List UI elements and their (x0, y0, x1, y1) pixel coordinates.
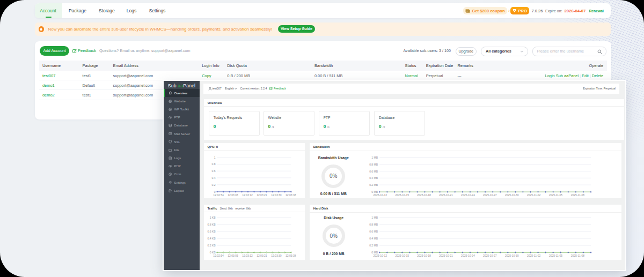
svg-text:2025-11-02: 2025-11-02 (527, 193, 540, 197)
svg-text:0.4 MB: 0.4 MB (369, 176, 378, 179)
svg-text:0.4: 0.4 (211, 176, 215, 179)
svg-text:12:03:03: 12:03:03 (228, 193, 238, 197)
svg-text:2025-10-15: 2025-10-15 (395, 253, 409, 257)
svg-text:2025-10-30: 2025-10-30 (505, 193, 519, 197)
svg-text:2025-10-21: 2025-10-21 (439, 253, 453, 257)
svg-text:1 MB: 1 MB (371, 156, 378, 159)
svg-text:0.8 MB: 0.8 MB (369, 223, 378, 226)
svg-text:2025-10-27: 2025-10-27 (483, 253, 497, 257)
svg-text:1 KB: 1 KB (209, 216, 216, 219)
svg-text:0.8: 0.8 (211, 162, 215, 166)
svg-text:2025-11-05: 2025-11-05 (549, 193, 562, 197)
svg-text:2025-10-12: 2025-10-12 (373, 193, 387, 197)
svg-text:0.6 MB: 0.6 MB (369, 169, 378, 173)
svg-text:12:02:54: 12:02:54 (213, 193, 224, 197)
svg-text:0.4 MB: 0.4 MB (369, 237, 378, 240)
svg-text:0.2 MB: 0.2 MB (369, 244, 378, 247)
svg-text:2025-11-05: 2025-11-05 (549, 253, 562, 257)
svg-text:2025-10-27: 2025-10-27 (483, 193, 497, 197)
svg-text:0.2 KB: 0.2 KB (207, 244, 216, 247)
svg-text:2025-10-15: 2025-10-15 (395, 193, 409, 197)
svg-text:0.2: 0.2 (211, 183, 215, 186)
svg-text:0.6 KB: 0.6 KB (207, 230, 216, 233)
svg-text:12:03:30: 12:03:30 (271, 253, 282, 257)
svg-text:2025-10-18: 2025-10-18 (417, 253, 431, 257)
svg-text:0.2 MB: 0.2 MB (369, 183, 378, 186)
svg-text:12:03:21: 12:03:21 (257, 193, 267, 197)
svg-text:12:03:12: 12:03:12 (242, 253, 253, 257)
svg-text:0.8 MB: 0.8 MB (369, 162, 378, 166)
svg-text:12:03:38: 12:03:38 (286, 193, 296, 197)
svg-text:0.4 KB: 0.4 KB (207, 237, 216, 240)
svg-text:2025-10-21: 2025-10-21 (439, 193, 453, 197)
svg-text:0.6: 0.6 (211, 169, 215, 173)
svg-text:0.8 KB: 0.8 KB (207, 223, 216, 226)
svg-text:2025-10-24: 2025-10-24 (461, 253, 475, 257)
svg-text:2025-11-02: 2025-11-02 (527, 253, 540, 257)
svg-text:1: 1 (214, 156, 215, 159)
svg-text:12:03:30: 12:03:30 (271, 193, 282, 197)
svg-text:2025-11-08: 2025-11-08 (570, 193, 584, 197)
svg-text:2025-10-24: 2025-10-24 (461, 193, 475, 197)
svg-text:12:02:54: 12:02:54 (213, 253, 224, 257)
svg-text:12:03:03: 12:03:03 (228, 253, 238, 257)
svg-text:12:03:38: 12:03:38 (286, 253, 296, 257)
svg-text:1 MB: 1 MB (371, 216, 378, 219)
svg-text:2025-11-08: 2025-11-08 (570, 253, 584, 257)
svg-text:2025-10-12: 2025-10-12 (373, 253, 387, 257)
svg-text:2025-10-18: 2025-10-18 (417, 193, 431, 197)
svg-text:12:03:12: 12:03:12 (242, 193, 253, 197)
svg-text:2025-10-30: 2025-10-30 (505, 253, 519, 257)
svg-text:0.6 MB: 0.6 MB (369, 230, 378, 233)
svg-text:12:03:21: 12:03:21 (257, 253, 267, 257)
